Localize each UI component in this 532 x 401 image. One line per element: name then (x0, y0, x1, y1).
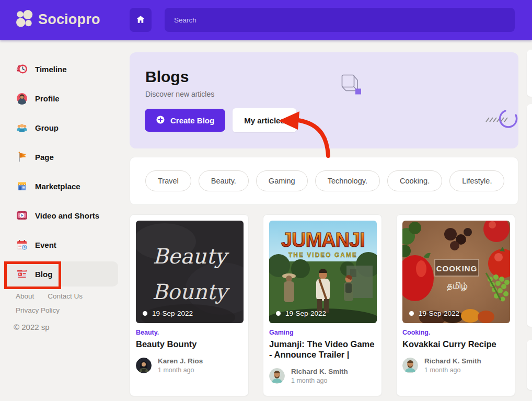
author-avatar[interactable] (402, 358, 418, 373)
privacy-policy-link[interactable]: Privacy Policy (16, 306, 60, 314)
sidebar-item-video-and-shorts[interactable]: Video and Shorts (0, 201, 125, 230)
home-button[interactable] (130, 8, 152, 32)
blog-card-image[interactable]: JUMANJI THE VIDEO GAME 19-Sep-2022 (269, 221, 377, 323)
image-title: COOKING (436, 264, 478, 273)
image-subtitle: தமிழ் (446, 280, 468, 292)
post-date: 19-Sep-2022 (419, 310, 459, 317)
date-dot-icon (276, 311, 281, 316)
category-pill-cooking[interactable]: Cooking. (387, 170, 442, 191)
group-people-icon (16, 121, 28, 134)
post-time-ago: 1 month ago (424, 366, 481, 374)
post-date: 19-Sep-2022 (152, 310, 193, 317)
category-pill-lifestyle[interactable]: Lifestyle. (449, 170, 504, 191)
create-blog-button[interactable]: Create Blog (145, 109, 225, 132)
plus-circle-icon (156, 115, 165, 126)
post-title[interactable]: Beauty Bounty (136, 339, 242, 349)
right-edge-panel (527, 340, 532, 390)
event-calendar-icon (16, 238, 28, 251)
image-text-line2: Bounty (152, 280, 230, 304)
brand-name: Sociopro (38, 12, 100, 28)
author-name[interactable]: Richard K. Smith (291, 368, 348, 375)
top-header: Sociopro (0, 0, 532, 40)
post-date-badge: 19-Sep-2022 (276, 310, 326, 317)
sidebar-footer: About Contact Us Privacy Policy © 2022 s… (16, 292, 120, 331)
blogs-hero-panel: Blogs Discover new articles Create Blog … (130, 52, 518, 148)
blog-card-image[interactable]: COOKING தமிழ் 19-Sep-2022 (402, 221, 510, 323)
search-bar (165, 8, 515, 32)
sidebar-item-timeline[interactable]: Timeline (0, 54, 125, 84)
image-text-line1: Beauty (153, 244, 229, 268)
post-date-badge: 19-Sep-2022 (409, 310, 459, 317)
sidebar-item-group[interactable]: Group (0, 113, 125, 142)
copyright-text: © 2022 sp (14, 323, 120, 331)
create-blog-label: Create Blog (170, 116, 214, 125)
page: Sociopro Timeline (0, 0, 532, 401)
sociopro-logo-icon (15, 9, 34, 30)
swirl-decoration (485, 106, 518, 133)
cube-decoration-icon (341, 74, 362, 99)
category-pill-gaming[interactable]: Gaming (256, 170, 308, 191)
sidebar-item-label: Blog (35, 270, 52, 279)
author-avatar[interactable] (136, 358, 152, 373)
blog-cards-grid: Beauty Bounty 19-Sep-2022 Beauty. Beauty… (130, 214, 515, 396)
sidebar-item-label: Timeline (35, 65, 67, 74)
sidebar-item-label: Group (35, 123, 59, 132)
search-input[interactable] (165, 8, 515, 32)
author-avatar[interactable] (269, 368, 285, 384)
blog-window-icon (16, 268, 28, 280)
author-row: Karen J. Rios 1 month ago (136, 357, 242, 374)
sidebar-item-event[interactable]: Event (0, 230, 125, 259)
sidebar-item-label: Marketplace (35, 182, 80, 191)
post-date-badge: 19-Sep-2022 (143, 310, 193, 317)
author-row: Richard K. Smith 1 month ago (269, 368, 376, 384)
contact-us-link[interactable]: Contact Us (48, 292, 83, 300)
post-time-ago: 1 month ago (291, 377, 348, 384)
blog-card-kovakkai-curry[interactable]: COOKING தமிழ் 19-Sep-2022 Cooking. Kovak… (396, 214, 515, 396)
sidebar: Timeline Profile (0, 40, 125, 401)
category-pill-beauty[interactable]: Beauty. (199, 170, 249, 191)
author-name[interactable]: Karen J. Rios (158, 357, 203, 365)
sidebar-item-label: Page (35, 153, 54, 162)
sidebar-item-blog[interactable]: Blog (0, 259, 125, 289)
author-name[interactable]: Richard K. Smith (424, 357, 481, 365)
date-dot-icon (409, 311, 414, 316)
sidebar-nav: Timeline Profile (0, 54, 125, 289)
home-icon (136, 15, 145, 26)
page-title: Blogs (145, 68, 189, 86)
sidebar-item-profile[interactable]: Profile (0, 84, 125, 113)
sidebar-item-label: Video and Shorts (35, 211, 99, 220)
image-title: JUMANJI (281, 229, 365, 251)
blog-card-jumanji[interactable]: JUMANJI THE VIDEO GAME 19-Sep-2022 Gamin… (263, 214, 382, 396)
brand[interactable]: Sociopro (15, 9, 100, 30)
category-filter-bar: Travel Beauty. Gaming Technology. Cookin… (130, 157, 518, 205)
author-row: Richard K. Smith 1 month ago (402, 357, 509, 374)
date-dot-icon (143, 311, 147, 316)
timeline-clock-icon (16, 63, 28, 75)
sidebar-item-marketplace[interactable]: Marketplace (0, 171, 125, 201)
video-film-icon (16, 209, 28, 222)
post-category[interactable]: Cooking. (402, 329, 509, 336)
category-pill-travel[interactable]: Travel (145, 170, 191, 191)
about-link[interactable]: About (16, 292, 34, 300)
sidebar-item-label: Event (35, 240, 56, 249)
post-time-ago: 1 month ago (158, 366, 203, 374)
blog-card-beauty-bounty[interactable]: Beauty Bounty 19-Sep-2022 Beauty. Beauty… (130, 214, 249, 396)
post-title[interactable]: Jumanji: The Video Game - Announce Trail… (269, 339, 376, 360)
post-category[interactable]: Beauty. (136, 329, 242, 336)
profile-avatar-icon (16, 92, 28, 105)
post-title[interactable]: Kovakkai Curry Recipe (402, 339, 509, 349)
image-subtitle: THE VIDEO GAME (288, 251, 357, 259)
right-edge-panel (527, 104, 532, 327)
sidebar-item-page[interactable]: Page (0, 142, 125, 171)
right-edge-panel (527, 50, 532, 97)
post-date: 19-Sep-2022 (285, 310, 326, 317)
post-category[interactable]: Gaming (269, 329, 376, 336)
sidebar-item-label: Profile (35, 94, 60, 103)
page-flag-icon (16, 151, 28, 163)
my-articles-button[interactable]: My articles (233, 108, 296, 132)
category-pill-technology[interactable]: Technology. (315, 170, 380, 191)
marketplace-store-icon (16, 180, 28, 192)
blog-card-image[interactable]: Beauty Bounty 19-Sep-2022 (136, 221, 244, 323)
page-subtitle: Discover new articles (145, 90, 214, 98)
